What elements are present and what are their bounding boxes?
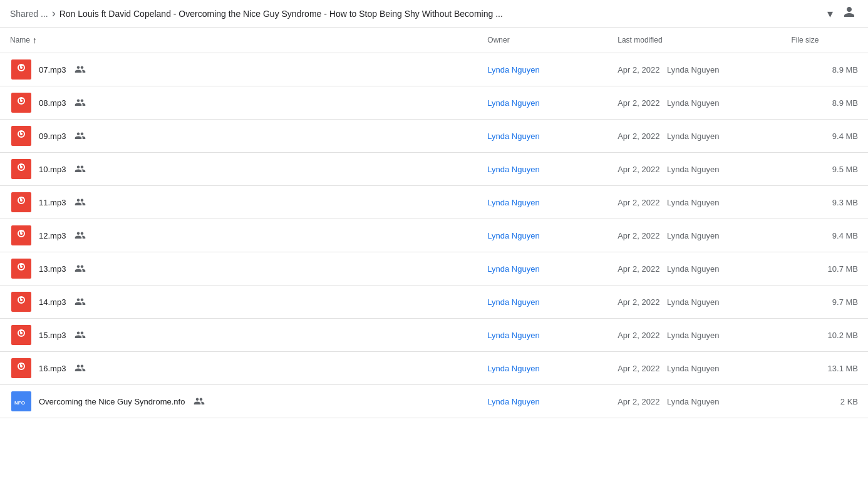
file-modified-cell: Apr 2, 2022 Lynda Nguyen	[607, 385, 781, 418]
file-modified-cell: Apr 2, 2022 Lynda Nguyen	[607, 153, 781, 186]
account-icon[interactable]	[840, 3, 858, 24]
file-modified-cell: Apr 2, 2022 Lynda Nguyen	[607, 53, 781, 86]
svg-rect-30	[11, 259, 31, 279]
file-name-label: 09.mp3	[39, 131, 66, 141]
file-name-cell: 15.mp3	[0, 319, 477, 352]
modified-by-label: Lynda Nguyen	[667, 198, 719, 207]
svg-rect-29	[20, 230, 24, 232]
file-size-cell: 10.2 MB	[781, 319, 868, 352]
table-row[interactable]: 08.mp3Lynda NguyenApr 2, 2022 Lynda Nguy…	[0, 86, 868, 120]
svg-rect-9	[20, 98, 24, 99]
svg-rect-45	[11, 358, 31, 378]
shared-users-icon	[75, 330, 86, 341]
file-size-cell: 13.1 MB	[781, 352, 868, 385]
mp3-file-icon	[10, 257, 33, 280]
shared-users-icon	[75, 64, 86, 75]
file-modified-cell: Apr 2, 2022 Lynda Nguyen	[607, 252, 781, 286]
column-owner-header[interactable]: Owner	[477, 28, 607, 53]
file-name-cell: NFO Overcoming the Nice Guy Syndrome.nfo	[0, 385, 477, 418]
file-name-label: 15.mp3	[39, 331, 66, 340]
file-name-cell: 12.mp3	[0, 219, 477, 252]
shared-users-icon	[194, 396, 205, 407]
file-modified-cell: Apr 2, 2022 Lynda Nguyen	[607, 286, 781, 319]
modified-by-label: Lynda Nguyen	[667, 331, 719, 340]
shared-users-icon	[75, 363, 86, 374]
file-name-cell: 10.mp3	[0, 153, 477, 186]
mp3-file-icon	[10, 158, 33, 180]
modified-by-label: Lynda Nguyen	[667, 264, 719, 274]
file-size-cell: 9.4 MB	[781, 120, 868, 153]
file-name-label: 08.mp3	[39, 98, 66, 108]
file-name-label: 12.mp3	[39, 231, 66, 240]
table-row[interactable]: 13.mp3Lynda NguyenApr 2, 2022 Lynda Nguy…	[0, 252, 868, 286]
svg-rect-5	[11, 93, 31, 113]
nfo-file-icon: NFO	[10, 390, 33, 413]
file-owner-cell: Lynda Nguyen	[477, 153, 607, 186]
file-modified-cell: Apr 2, 2022 Lynda Nguyen	[607, 352, 781, 385]
file-name-label: 10.mp3	[39, 165, 66, 174]
svg-rect-4	[20, 64, 24, 66]
mp3-file-icon	[10, 58, 33, 81]
file-table: Name ↑ Owner Last modified File size 07.…	[0, 28, 868, 418]
dropdown-icon[interactable]: ▾	[825, 4, 835, 23]
shared-users-icon	[75, 297, 86, 307]
file-name-label: Overcoming the Nice Guy Syndrome.nfo	[39, 397, 185, 406]
column-size-header[interactable]: File size	[781, 28, 868, 53]
file-owner-cell: Lynda Nguyen	[477, 53, 607, 86]
svg-rect-15	[11, 159, 31, 179]
table-row[interactable]: 12.mp3Lynda NguyenApr 2, 2022 Lynda Nguy…	[0, 219, 868, 252]
svg-rect-10	[11, 126, 31, 146]
modified-by-label: Lynda Nguyen	[667, 397, 719, 406]
file-size-cell: 9.5 MB	[781, 153, 868, 186]
file-size-cell: 8.9 MB	[781, 53, 868, 86]
table-row[interactable]: 11.mp3Lynda NguyenApr 2, 2022 Lynda Nguy…	[0, 186, 868, 219]
file-modified-cell: Apr 2, 2022 Lynda Nguyen	[607, 219, 781, 252]
file-name-cell: 16.mp3	[0, 352, 477, 385]
file-name-label: 14.mp3	[39, 297, 66, 307]
breadcrumb-current-folder: Ron Louis ft David Copeland - Overcoming…	[59, 9, 820, 19]
table-row[interactable]: 09.mp3Lynda NguyenApr 2, 2022 Lynda Nguy…	[0, 120, 868, 153]
file-name-label: 07.mp3	[39, 65, 66, 75]
modified-by-label: Lynda Nguyen	[667, 231, 719, 240]
modified-by-label: Lynda Nguyen	[667, 131, 719, 141]
svg-text:NFO: NFO	[14, 400, 25, 406]
file-modified-cell: Apr 2, 2022 Lynda Nguyen	[607, 120, 781, 153]
svg-rect-40	[11, 325, 31, 345]
svg-rect-44	[20, 330, 24, 331]
table-row[interactable]: 15.mp3Lynda NguyenApr 2, 2022 Lynda Nguy…	[0, 319, 868, 352]
column-name-header[interactable]: Name ↑	[0, 28, 477, 53]
modified-by-label: Lynda Nguyen	[667, 165, 719, 174]
table-row[interactable]: 10.mp3Lynda NguyenApr 2, 2022 Lynda Nguy…	[0, 153, 868, 186]
file-name-label: 13.mp3	[39, 264, 66, 274]
file-name-label: 11.mp3	[39, 198, 66, 207]
table-header-row: Name ↑ Owner Last modified File size	[0, 28, 868, 53]
column-modified-header[interactable]: Last modified	[607, 28, 781, 53]
file-owner-cell: Lynda Nguyen	[477, 352, 607, 385]
mp3-file-icon	[10, 224, 33, 247]
file-name-cell: 13.mp3	[0, 252, 477, 286]
breadcrumb: Shared ... › Ron Louis ft David Copeland…	[0, 0, 868, 28]
file-size-cell: 9.4 MB	[781, 219, 868, 252]
sort-arrow-icon: ↑	[33, 35, 37, 45]
modified-by-label: Lynda Nguyen	[667, 98, 719, 108]
breadcrumb-shared-link[interactable]: Shared ...	[10, 9, 48, 19]
file-owner-cell: Lynda Nguyen	[477, 86, 607, 120]
file-size-cell: 2 KB	[781, 385, 868, 418]
table-row[interactable]: NFO Overcoming the Nice Guy Syndrome.nfo…	[0, 385, 868, 418]
file-name-label: 16.mp3	[39, 364, 66, 373]
svg-rect-14	[20, 131, 24, 132]
svg-rect-39	[20, 297, 24, 298]
svg-rect-34	[20, 264, 24, 265]
file-size-cell: 9.7 MB	[781, 286, 868, 319]
file-owner-cell: Lynda Nguyen	[477, 219, 607, 252]
table-row[interactable]: 07.mp3Lynda NguyenApr 2, 2022 Lynda Nguy…	[0, 53, 868, 86]
svg-rect-49	[20, 363, 24, 364]
file-name-cell: 07.mp3	[0, 53, 477, 86]
table-row[interactable]: 16.mp3Lynda NguyenApr 2, 2022 Lynda Nguy…	[0, 352, 868, 385]
file-owner-cell: Lynda Nguyen	[477, 319, 607, 352]
svg-rect-0	[11, 59, 31, 80]
file-owner-cell: Lynda Nguyen	[477, 286, 607, 319]
file-name-cell: 11.mp3	[0, 186, 477, 219]
table-row[interactable]: 14.mp3Lynda NguyenApr 2, 2022 Lynda Nguy…	[0, 286, 868, 319]
breadcrumb-chevron-icon: ›	[52, 7, 56, 20]
